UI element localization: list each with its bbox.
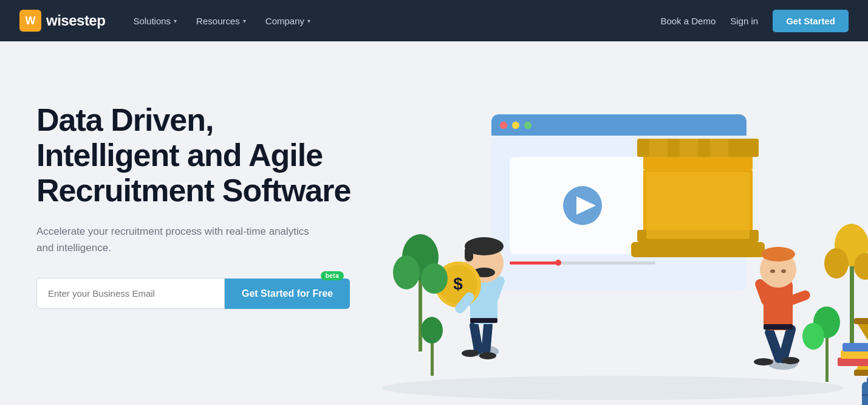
chevron-down-icon: ▾ xyxy=(307,18,310,24)
svg-rect-31 xyxy=(470,318,497,323)
svg-point-46 xyxy=(782,357,799,364)
book-demo-link[interactable]: Book a Demo xyxy=(660,16,716,26)
svg-point-57 xyxy=(393,255,420,289)
svg-marker-80 xyxy=(856,321,868,345)
email-input[interactable] xyxy=(36,278,225,309)
svg-rect-85 xyxy=(841,350,868,359)
hero-illustration: $ xyxy=(370,78,868,405)
svg-point-61 xyxy=(824,248,849,279)
logo[interactable]: W wisestep xyxy=(19,10,105,32)
svg-rect-48 xyxy=(764,324,793,330)
nav-links: Solutions ▾ Resources ▾ Company ▾ xyxy=(125,11,660,31)
svg-point-58 xyxy=(421,263,448,294)
beta-badge: beta xyxy=(321,271,344,280)
hero-content: Data Driven, Intelligent and Agile Recru… xyxy=(36,90,377,309)
chevron-down-icon: ▾ xyxy=(243,18,246,24)
svg-rect-63 xyxy=(431,339,434,376)
hero-form: beta Get Started for Free xyxy=(36,278,377,309)
svg-point-53 xyxy=(770,269,775,273)
svg-rect-24 xyxy=(710,139,728,157)
nav-item-resources[interactable]: Resources ▾ xyxy=(188,11,255,31)
svg-point-29 xyxy=(479,352,496,359)
svg-text:$: $ xyxy=(453,274,463,293)
svg-point-68 xyxy=(382,376,844,400)
svg-point-4 xyxy=(512,122,519,129)
svg-rect-59 xyxy=(850,260,854,351)
chevron-down-icon: ▾ xyxy=(174,18,177,24)
hero-illustration-svg: $ xyxy=(370,78,868,405)
svg-point-11 xyxy=(555,260,561,266)
svg-rect-84 xyxy=(838,358,868,366)
svg-rect-83 xyxy=(854,370,868,376)
svg-rect-17 xyxy=(643,157,753,169)
svg-point-64 xyxy=(421,317,443,344)
svg-point-5 xyxy=(524,122,531,129)
svg-rect-21 xyxy=(646,172,750,239)
svg-rect-10 xyxy=(510,261,558,265)
hero-title: Data Driven, Intelligent and Agile Recru… xyxy=(36,102,377,209)
svg-rect-55 xyxy=(419,272,422,351)
svg-point-52 xyxy=(761,247,795,261)
svg-point-28 xyxy=(462,350,479,357)
get-started-nav-button[interactable]: Get Started xyxy=(773,10,849,32)
svg-point-54 xyxy=(781,269,786,273)
svg-rect-86 xyxy=(842,343,868,351)
svg-rect-89 xyxy=(862,394,868,396)
svg-rect-65 xyxy=(825,333,829,382)
svg-rect-20 xyxy=(631,242,765,257)
svg-rect-2 xyxy=(491,128,747,136)
svg-rect-23 xyxy=(680,139,698,157)
logo-text: wisestep xyxy=(46,12,105,29)
sign-in-link[interactable]: Sign in xyxy=(730,16,758,26)
svg-rect-82 xyxy=(854,318,868,324)
navbar: W wisestep Solutions ▾ Resources ▾ Compa… xyxy=(0,0,868,41)
logo-icon: W xyxy=(19,10,41,32)
hero-section: Data Driven, Intelligent and Agile Recru… xyxy=(0,41,868,405)
cta-button-wrapper: beta Get Started for Free xyxy=(225,279,350,309)
svg-rect-87 xyxy=(862,382,868,405)
svg-rect-16 xyxy=(728,139,759,157)
svg-rect-22 xyxy=(649,139,668,157)
nav-item-company[interactable]: Company ▾ xyxy=(257,11,319,31)
nav-item-solutions[interactable]: Solutions ▾ xyxy=(125,11,185,31)
svg-point-45 xyxy=(754,358,773,365)
get-started-free-button[interactable]: Get Started for Free xyxy=(225,279,350,309)
svg-point-3 xyxy=(500,122,507,129)
svg-rect-36 xyxy=(465,246,473,261)
svg-point-67 xyxy=(802,323,824,350)
nav-right: Book a Demo Sign in Get Started xyxy=(660,10,849,32)
hero-subtitle: Accelerate your recruitment process with… xyxy=(36,223,316,256)
